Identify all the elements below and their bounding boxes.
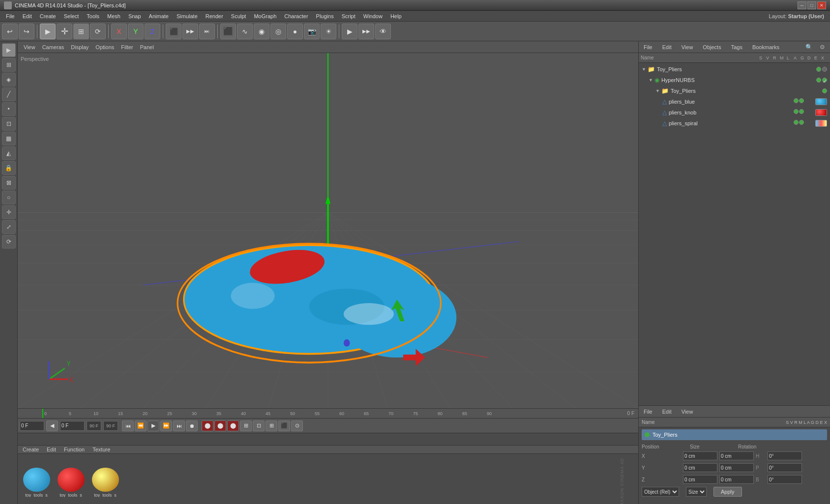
apply-button[interactable]: Apply: [713, 487, 742, 497]
model-tool-button[interactable]: ▶: [40, 24, 56, 39]
redo-button[interactable]: ↪: [19, 24, 34, 39]
model-mode-button[interactable]: ▶: [2, 43, 16, 57]
vp-display-menu[interactable]: Display: [68, 43, 91, 51]
menu-edit[interactable]: Edit: [19, 12, 36, 20]
obj-file-menu[interactable]: File: [641, 43, 655, 51]
record-button[interactable]: ⬛: [166, 24, 181, 39]
menu-tools[interactable]: Tools: [83, 12, 103, 20]
menu-window[interactable]: Window: [359, 12, 386, 20]
lasso-button[interactable]: ○: [2, 191, 16, 204]
menu-create[interactable]: Create: [36, 12, 60, 20]
mat-function-menu[interactable]: Function: [61, 446, 88, 453]
lock-button[interactable]: 🔒: [2, 161, 16, 175]
menu-render[interactable]: Render: [202, 12, 227, 20]
material-red[interactable]: toy_tools_s: [56, 468, 86, 497]
menu-file[interactable]: File: [2, 12, 19, 20]
obj-row-pliers-spiral[interactable]: △ pliers_spiral: [640, 118, 829, 129]
maximize-button[interactable]: □: [807, 1, 816, 9]
select-all-button[interactable]: ⊠: [2, 176, 16, 190]
position-z-input[interactable]: [683, 475, 717, 484]
texture-mode-button[interactable]: ▦: [2, 132, 16, 145]
obj-tags-menu[interactable]: Tags: [728, 43, 745, 51]
size-y-input[interactable]: [719, 463, 754, 472]
vp-view-menu[interactable]: View: [21, 43, 38, 51]
menu-snap[interactable]: Snap: [124, 12, 145, 20]
mat-texture-menu[interactable]: Texture: [89, 446, 113, 453]
position-y-input[interactable]: [683, 463, 717, 472]
menu-plugins[interactable]: Plugins: [312, 12, 338, 20]
cube-button[interactable]: ⬛: [220, 24, 236, 39]
menu-animate[interactable]: Animate: [145, 12, 173, 20]
menu-mograph[interactable]: MoGraph: [250, 12, 280, 20]
coord-system-select[interactable]: Object (Rel): [642, 487, 679, 497]
edge-mode-button[interactable]: ╱: [2, 87, 16, 101]
size-x-input[interactable]: [719, 451, 754, 460]
menu-script[interactable]: Script: [338, 12, 359, 20]
obj-view-menu[interactable]: View: [679, 43, 696, 51]
step-fwd-btn[interactable]: ⏩: [160, 420, 172, 431]
obj-edit-menu[interactable]: Edit: [659, 43, 675, 51]
obj-row-toy-pliers-root[interactable]: ▼ 📁 Toy_Pliers: [640, 64, 829, 75]
rec-tool3-btn[interactable]: ⊞: [266, 420, 277, 431]
scale-tool-button[interactable]: ⊞: [73, 24, 89, 39]
rec-tool5-btn[interactable]: ⊙: [291, 420, 303, 431]
attr-view-menu[interactable]: View: [679, 408, 696, 416]
rotate-button[interactable]: ⟳: [2, 235, 16, 249]
go-to-end-btn[interactable]: ⏭: [173, 420, 185, 431]
menu-help[interactable]: Help: [386, 12, 406, 20]
mat-create-menu[interactable]: Create: [20, 446, 42, 453]
record-anim-btn[interactable]: ⏺: [186, 420, 198, 431]
obj-row-pliers-knob[interactable]: △ pliers_knob: [640, 107, 829, 118]
vp-cameras-menu[interactable]: Cameras: [39, 43, 67, 51]
rotation-b-input[interactable]: [768, 475, 802, 484]
size-z-input[interactable]: [719, 475, 754, 484]
move-button[interactable]: ✛: [2, 205, 16, 219]
obj-row-hypernurbs[interactable]: ▼ ◉ HyperNURBS ✓: [640, 75, 829, 85]
attr-edit-menu[interactable]: Edit: [659, 408, 675, 416]
nurbs-button[interactable]: ◉: [254, 24, 269, 39]
rec-red3-btn[interactable]: ⬤: [227, 420, 239, 431]
obj-bookmarks-menu[interactable]: Bookmarks: [749, 43, 782, 51]
point-mode-button[interactable]: •: [2, 102, 16, 116]
axis-z-button[interactable]: Z: [145, 24, 160, 39]
rec-red1-btn[interactable]: ⬤: [202, 420, 213, 431]
playback2-button[interactable]: ⏭: [199, 24, 215, 39]
mat-edit-menu[interactable]: Edit: [44, 446, 59, 453]
object-mode-button[interactable]: ⊞: [2, 58, 16, 72]
menu-character[interactable]: Character: [280, 12, 312, 20]
playback1-button[interactable]: ▶▶: [182, 24, 198, 39]
uv-mode-button[interactable]: ⊡: [2, 117, 16, 131]
position-x-input[interactable]: [683, 451, 717, 460]
rotation-h-input[interactable]: [768, 451, 802, 460]
undo-button[interactable]: ↩: [2, 24, 18, 39]
size-system-select[interactable]: Size: [686, 487, 707, 497]
step-back-btn[interactable]: ⏪: [135, 420, 147, 431]
render2-button[interactable]: ▶▶: [358, 24, 374, 39]
play-btn[interactable]: ▶: [148, 420, 159, 431]
current-frame-input[interactable]: [20, 421, 44, 431]
rec-tool4-btn[interactable]: ⬛: [278, 420, 290, 431]
frame-prev-btn[interactable]: ◀: [46, 420, 58, 431]
material-blue[interactable]: toy_tools_s: [22, 468, 51, 497]
menu-mesh[interactable]: Mesh: [103, 12, 124, 20]
camera-button[interactable]: 📷: [304, 24, 320, 39]
rotate-tool-button[interactable]: ⟳: [90, 24, 106, 39]
vp-options-menu[interactable]: Options: [92, 43, 117, 51]
rec-red2-btn[interactable]: ⬤: [214, 420, 226, 431]
vp-filter-menu[interactable]: Filter: [118, 43, 136, 51]
display-button[interactable]: 👁: [375, 24, 391, 39]
menu-select[interactable]: Select: [60, 12, 83, 20]
light-button[interactable]: ☀: [321, 24, 336, 39]
move-tool-button[interactable]: ✛: [57, 24, 72, 39]
close-button[interactable]: ✕: [817, 1, 826, 9]
obj-row-toy-pliers-child[interactable]: ▼ 📁 Toy_Pliers: [640, 85, 829, 96]
spline-button[interactable]: ∿: [237, 24, 253, 39]
start-frame-input[interactable]: [60, 421, 85, 431]
deform-button[interactable]: ◎: [270, 24, 286, 39]
sculpt-mode-button[interactable]: ◭: [2, 146, 16, 160]
obj-row-pliers-blue[interactable]: △ pliers_blue: [640, 96, 829, 107]
minimize-button[interactable]: ─: [798, 1, 806, 9]
rotation-p-input[interactable]: [768, 463, 802, 472]
menu-sculpt[interactable]: Sculpt: [227, 12, 250, 20]
go-to-start-btn[interactable]: ⏮: [122, 420, 134, 431]
